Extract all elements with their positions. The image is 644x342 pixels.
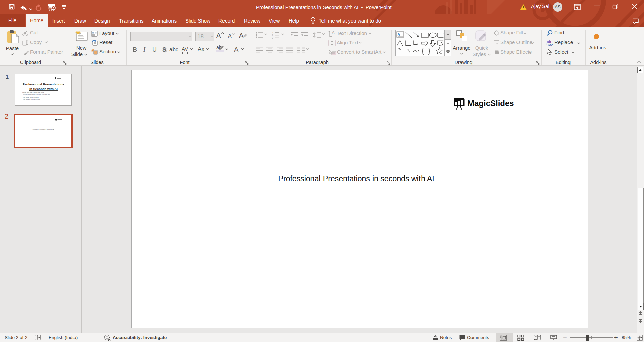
svg-text:ac: ac — [549, 43, 553, 46]
svg-text:A: A — [332, 30, 335, 34]
svg-text:A: A — [398, 32, 400, 36]
svg-text:1: 1 — [272, 31, 273, 34]
svg-text:3: 3 — [272, 37, 273, 39]
svg-text:2: 2 — [272, 34, 273, 36]
